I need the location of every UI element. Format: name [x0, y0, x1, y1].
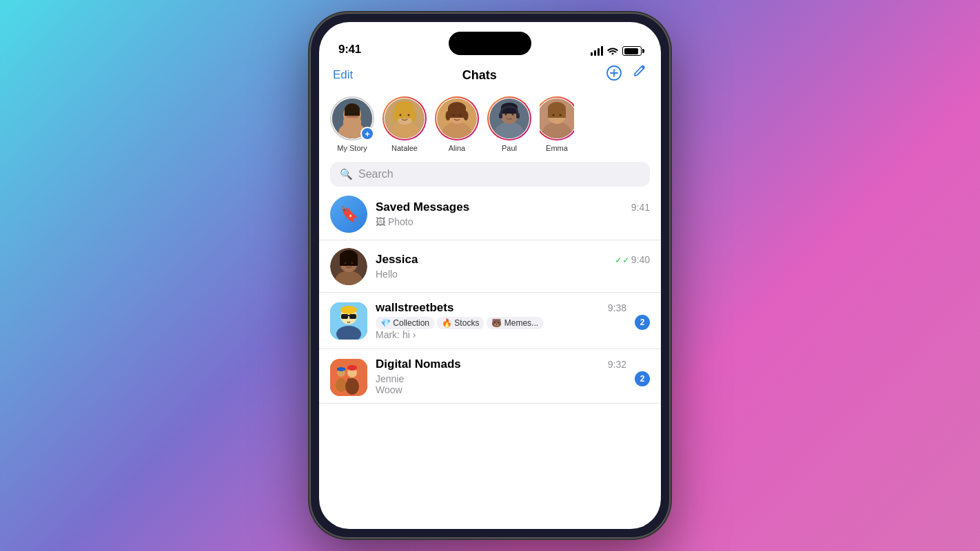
- chat-time-wsb: 9:38: [608, 302, 626, 313]
- topic-tag-collection: 💎 Collection: [376, 317, 434, 329]
- chat-badge-nomads: 2: [635, 371, 650, 386]
- chat-time-jessica: ✓✓9:40: [615, 254, 650, 265]
- chat-name-jessica: Jessica: [376, 253, 418, 267]
- svg-rect-55: [349, 314, 356, 319]
- topic-tags-wsb: 💎 Collection 🔥 Stocks 🐻 Memes...: [376, 317, 626, 329]
- story-ring-paul: [487, 96, 531, 141]
- story-ring-natalee: [382, 96, 427, 141]
- story-item-my-story[interactable]: + My Story: [330, 96, 374, 152]
- story-ring-alina: [435, 96, 479, 141]
- header-actions: [606, 65, 647, 85]
- svg-point-50: [351, 262, 354, 264]
- chat-item-saved-messages[interactable]: 🔖 Saved Messages 9:41 🖼 Photo: [319, 188, 661, 240]
- story-item-emma[interactable]: Emma: [540, 96, 574, 152]
- story-label-paul: Paul: [502, 144, 517, 152]
- topic-tag-stocks: 🔥 Stocks: [437, 317, 484, 329]
- chat-name-nomads: Digital Nomads: [376, 357, 461, 371]
- svg-point-18: [408, 114, 410, 116]
- chat-name-wsb: wallstreetbets: [376, 301, 453, 315]
- chat-top-saved: Saved Messages 9:41: [376, 200, 650, 214]
- chat-content-saved: Saved Messages 9:41 🖼 Photo: [376, 200, 650, 227]
- dynamic-island: [449, 32, 531, 55]
- chat-avatar-wsb: [330, 302, 367, 340]
- search-bar[interactable]: 🔍 Search: [330, 162, 650, 187]
- svg-rect-54: [341, 314, 348, 319]
- read-checkmark-jessica: ✓✓: [615, 255, 630, 265]
- stories-row: + My Story: [319, 92, 661, 162]
- svg-rect-56: [348, 315, 349, 316]
- svg-rect-62: [337, 368, 345, 371]
- chat-preview-row-wsb: Mark: hi ›: [376, 329, 626, 340]
- signal-bar-4: [601, 46, 603, 56]
- svg-point-26: [453, 114, 455, 116]
- chat-item-jessica[interactable]: Jessica ✓✓9:40 Hello: [319, 240, 661, 293]
- svg-point-49: [345, 262, 347, 264]
- chat-preview-saved: 🖼 Photo: [376, 216, 650, 227]
- story-avatar-wrapper-natalee: [382, 96, 427, 141]
- chat-content-jessica: Jessica ✓✓9:40 Hello: [376, 253, 650, 280]
- svg-rect-23: [448, 107, 466, 118]
- svg-point-24: [446, 111, 451, 121]
- chat-time-saved: 9:41: [631, 202, 650, 213]
- chat-list: 🔖 Saved Messages 9:41 🖼 Photo: [319, 188, 661, 529]
- chat-content-wsb: wallstreetbets 9:38 💎 Collection 🔥 Stock…: [376, 301, 626, 340]
- svg-rect-36: [516, 113, 520, 118]
- compose-icon[interactable]: [632, 65, 647, 85]
- chat-avatar-nomads: [330, 359, 367, 396]
- avatar-paul: [489, 98, 529, 138]
- battery-fill: [624, 48, 639, 54]
- svg-point-57: [340, 306, 357, 314]
- chat-preview-nomads-2: Woow: [376, 384, 626, 395]
- svg-rect-66: [347, 378, 350, 389]
- svg-point-42: [553, 114, 555, 116]
- story-label-mystory: My Story: [337, 144, 367, 152]
- story-item-alina[interactable]: Alina: [435, 96, 479, 152]
- svg-point-27: [460, 114, 462, 116]
- battery-icon: [622, 46, 642, 56]
- status-time: 9:41: [338, 43, 361, 56]
- right-area-jessica: ✓✓9:40: [615, 254, 650, 265]
- avatar-natalee: [385, 98, 425, 138]
- story-item-paul[interactable]: Paul: [487, 96, 531, 152]
- story-ring-emma: [540, 96, 574, 141]
- topic-tag-memes: 🐻 Memes...: [487, 317, 543, 329]
- svg-point-25: [464, 111, 469, 121]
- avatar-emma: [540, 98, 574, 138]
- add-contact-icon[interactable]: [606, 65, 622, 85]
- story-avatar-wrapper-alina: [435, 96, 479, 141]
- bookmark-icon: 🔖: [340, 205, 358, 223]
- svg-point-16: [411, 111, 416, 122]
- signal-bar-1: [591, 52, 593, 56]
- chat-badge-wsb: 2: [635, 315, 650, 330]
- search-placeholder: Search: [358, 168, 394, 180]
- chat-top-wsb: wallstreetbets 9:38: [376, 301, 626, 315]
- story-label-natalee: Natalee: [391, 144, 418, 152]
- chat-time-nomads: 9:32: [608, 359, 626, 370]
- chat-item-wsb[interactable]: wallstreetbets 9:38 💎 Collection 🔥 Stock…: [319, 293, 661, 349]
- svg-rect-7: [343, 118, 361, 132]
- svg-point-17: [400, 114, 402, 116]
- phone-screen: 9:41: [319, 22, 661, 529]
- story-item-natalee[interactable]: Natalee: [382, 96, 427, 152]
- page-title: Chats: [462, 68, 497, 83]
- chat-item-nomads[interactable]: Digital Nomads 9:32 Jennie Woow 2: [319, 349, 661, 404]
- story-label-emma: Emma: [546, 144, 568, 152]
- chat-preview-jessica: Hello: [376, 269, 650, 280]
- search-icon: 🔍: [340, 168, 353, 180]
- story-avatar-wrapper-emma: [540, 96, 574, 141]
- story-avatar-wrapper-mystory: +: [330, 96, 374, 141]
- signal-icon: [591, 46, 603, 56]
- svg-rect-41: [548, 107, 566, 118]
- chat-top-jessica: Jessica ✓✓9:40: [376, 253, 650, 267]
- edit-button[interactable]: Edit: [333, 68, 353, 82]
- phone-wrapper: 9:41: [311, 14, 669, 537]
- avatar-alina: [437, 98, 477, 138]
- chat-name-saved: Saved Messages: [376, 200, 469, 214]
- svg-point-65: [347, 365, 357, 371]
- chat-content-nomads: Digital Nomads 9:32 Jennie Woow: [376, 357, 626, 395]
- svg-point-33: [505, 114, 507, 116]
- chat-top-nomads: Digital Nomads 9:32: [376, 357, 626, 371]
- header: Edit Chats: [319, 62, 661, 92]
- signal-bar-2: [594, 50, 596, 56]
- svg-rect-9: [345, 109, 360, 116]
